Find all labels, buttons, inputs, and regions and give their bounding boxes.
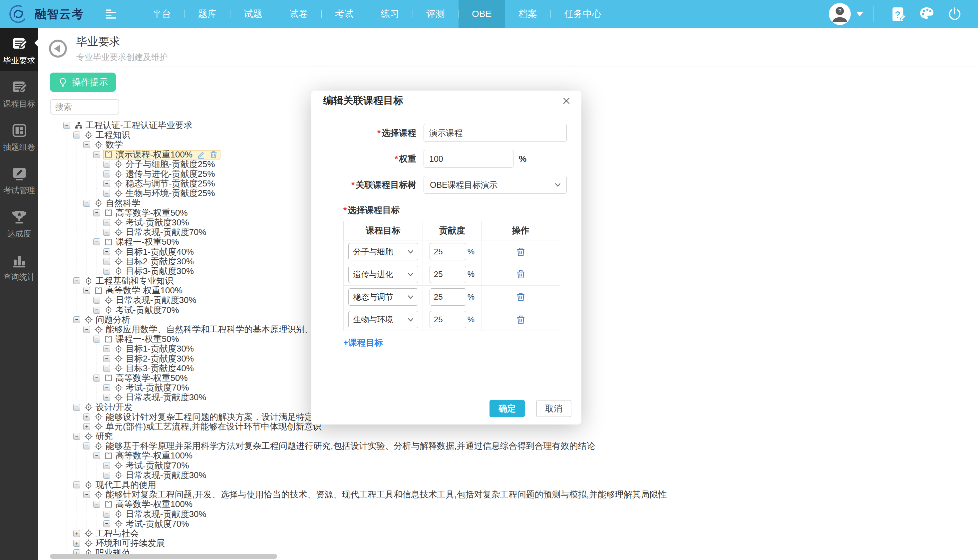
tree-node[interactable]: 课程一-权重50% (103, 334, 182, 344)
tree-toggle-collapse-icon[interactable]: − (103, 190, 110, 197)
tree-toggle-collapse-icon[interactable]: − (73, 132, 80, 138)
objective-select[interactable]: 遗传与进化 (348, 266, 418, 283)
search-input[interactable] (50, 99, 119, 115)
tree-node[interactable]: 能够针对复杂工程问题,开发、选择与使用恰当的技术、资源、现代工程工具和信息技术工… (93, 490, 670, 499)
back-button[interactable] (48, 39, 68, 58)
nav-item-任务中心[interactable]: 任务中心 (551, 0, 615, 28)
nav-item-试卷[interactable]: 试卷 (276, 0, 322, 28)
tree-toggle-collapse-icon[interactable]: − (103, 355, 110, 362)
tree-toggle-collapse-icon[interactable]: − (103, 384, 110, 391)
operation-tips-button[interactable]: 操作提示 (50, 73, 116, 92)
sidebar-item-抽题组卷[interactable]: 抽题组卷 (0, 115, 38, 158)
nav-item-平台[interactable]: 平台 (139, 0, 185, 28)
nav-item-试题[interactable]: 试题 (230, 0, 276, 28)
tree-node[interactable]: 工程知识 (83, 130, 133, 140)
tree-toggle-collapse-icon[interactable]: − (103, 472, 110, 479)
tree-toggle-collapse-icon[interactable]: − (93, 336, 100, 343)
tree-node[interactable]: 高等数学-权重100% (93, 286, 185, 295)
tree-toggle-collapse-icon[interactable]: − (103, 394, 110, 401)
delete-icon[interactable] (516, 269, 526, 279)
delete-icon[interactable] (516, 292, 526, 302)
cancel-button[interactable]: 取消 (536, 400, 571, 417)
tree-toggle-collapse-icon[interactable]: − (73, 404, 80, 411)
nav-item-评测[interactable]: 评测 (413, 0, 458, 28)
tree-node[interactable]: 稳态与调节-贡献度25% (113, 179, 218, 188)
objective-select[interactable]: 生物与环境 (348, 311, 418, 328)
tree-toggle-collapse-icon[interactable]: − (83, 442, 90, 450)
tree-node[interactable]: 目标2-贡献度30% (113, 257, 197, 267)
tree-toggle-collapse-icon[interactable]: − (103, 170, 110, 177)
tree-node[interactable]: 现代工具的使用 (83, 480, 159, 490)
tree-node[interactable]: 工程认证-工程认证毕业要求 (73, 120, 195, 130)
tree-node[interactable]: 问题分析 (83, 315, 133, 325)
tree-node[interactable]: 目标3-贡献度40% (113, 363, 197, 373)
tree-toggle-collapse-icon[interactable]: − (103, 180, 110, 187)
tree-toggle-collapse-icon[interactable]: − (93, 375, 100, 382)
help-feedback-icon[interactable]: ? (891, 7, 906, 21)
tree-toggle-collapse-icon[interactable]: − (103, 345, 110, 352)
nav-item-档案[interactable]: 档案 (505, 0, 550, 28)
tree-toggle-collapse-icon[interactable]: − (103, 365, 110, 372)
nav-item-练习[interactable]: 练习 (367, 0, 413, 28)
tree-node[interactable]: 目标1-贡献度30% (113, 344, 197, 353)
tree-toggle-collapse-icon[interactable]: − (103, 219, 110, 226)
tree-node[interactable]: 考试-贡献度70% (113, 519, 192, 529)
tree-node[interactable]: 设计/开发 (83, 403, 135, 412)
tree-node[interactable]: 分子与细胞-贡献度25% (113, 160, 218, 169)
tree-node[interactable]: 高等数学-权重100% (103, 451, 195, 460)
tree-node[interactable]: 日常表现-贡献度30% (113, 509, 209, 519)
objective-select[interactable]: 稳态与调节 (348, 288, 418, 306)
tree-toggle-expand-icon[interactable]: + (73, 530, 80, 537)
edit-icon[interactable] (197, 150, 205, 159)
tree-node[interactable]: 考试-贡献度30% (113, 218, 192, 227)
delete-icon[interactable] (516, 315, 526, 325)
logout-power-icon[interactable] (947, 7, 962, 21)
sidebar-item-考试管理[interactable]: 考试管理 (0, 158, 38, 201)
tree-node[interactable]: 目标2-贡献度30% (113, 354, 197, 363)
delete-icon[interactable] (516, 247, 526, 257)
weight-input[interactable] (423, 150, 513, 168)
nav-item-考试[interactable]: 考试 (322, 0, 367, 28)
sidebar-item-查询统计[interactable]: 查询统计 (0, 244, 38, 288)
tree-toggle-expand-icon[interactable]: + (73, 540, 80, 547)
tree-toggle-collapse-icon[interactable]: − (103, 161, 110, 168)
objective-tree-select[interactable]: OBE课程目标演示 (423, 176, 567, 194)
nav-item-OBE[interactable]: OBE (458, 0, 505, 28)
contribution-input[interactable] (430, 266, 466, 283)
add-objective-link[interactable]: +课程目标 (343, 337, 383, 348)
contribution-input[interactable] (430, 288, 466, 306)
tree-node[interactable]: 考试-贡献度70% (113, 461, 192, 470)
chevron-down-icon[interactable] (856, 12, 863, 20)
contribution-input[interactable] (430, 243, 466, 260)
tree-toggle-collapse-icon[interactable]: − (93, 151, 100, 158)
tree-toggle-expand-icon[interactable]: + (83, 413, 90, 420)
sidebar-item-课程目标[interactable]: 课程目标 (0, 71, 38, 115)
tree-node[interactable]: 目标3-贡献度30% (113, 267, 197, 276)
tree-toggle-collapse-icon[interactable]: − (103, 268, 110, 275)
tree-node[interactable]: 自然科学 (93, 198, 143, 208)
tree-node[interactable]: 环境和可持续发展 (83, 538, 168, 548)
tree-toggle-collapse-icon[interactable]: − (103, 511, 110, 518)
tree-toggle-collapse-icon[interactable]: − (103, 248, 110, 255)
theme-palette-icon[interactable] (920, 7, 934, 21)
contribution-input[interactable] (430, 311, 466, 328)
confirm-button[interactable]: 确定 (490, 400, 525, 417)
tree-node[interactable]: 单元(部件)或工艺流程,并能够在设计环节中体现创新意识 (93, 422, 324, 432)
tree-node[interactable]: 生物与环境-贡献度25% (113, 188, 218, 198)
tree-node[interactable]: 研究 (83, 432, 115, 441)
tree-node[interactable]: 目标1-贡献度40% (113, 247, 197, 257)
tree-node[interactable]: 高等数学-权重50% (103, 373, 190, 383)
tree-toggle-collapse-icon[interactable]: − (93, 501, 100, 508)
tree-toggle-collapse-icon[interactable]: − (93, 238, 100, 245)
tree-toggle-collapse-icon[interactable]: − (93, 209, 100, 217)
tree-toggle-collapse-icon[interactable]: − (73, 433, 80, 440)
tree-toggle-collapse-icon[interactable]: − (103, 229, 110, 236)
tree-toggle-collapse-icon[interactable]: − (83, 491, 90, 498)
tree-node[interactable]: 考试-贡献度70% (113, 383, 192, 393)
menu-fold-icon[interactable] (105, 9, 117, 19)
tree-toggle-collapse-icon[interactable]: − (93, 297, 100, 303)
tree-toggle-collapse-icon[interactable]: − (73, 482, 80, 488)
delete-icon[interactable] (210, 150, 218, 159)
tree-node[interactable]: 考试-贡献度70% (103, 305, 182, 315)
tree-toggle-expand-icon[interactable]: + (83, 423, 90, 430)
